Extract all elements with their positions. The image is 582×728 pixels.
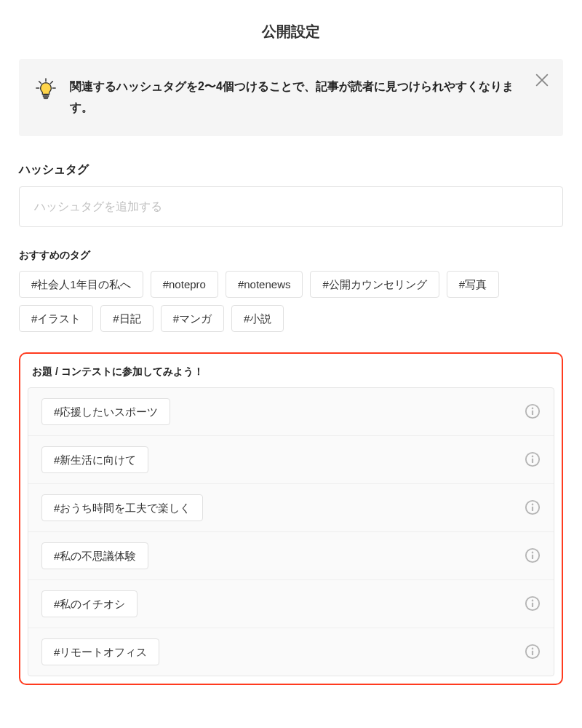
info-icon[interactable] xyxy=(525,547,541,563)
svg-rect-14 xyxy=(532,459,533,463)
contest-tag[interactable]: #私のイチオシ xyxy=(41,590,137,617)
close-icon[interactable] xyxy=(534,72,550,88)
tag-chip[interactable]: #マンガ xyxy=(161,305,224,332)
info-icon[interactable] xyxy=(525,403,541,419)
svg-point-25 xyxy=(532,648,534,650)
svg-rect-26 xyxy=(532,651,533,655)
tag-chip[interactable]: #社会人1年目の私へ xyxy=(19,271,143,298)
hashtag-input[interactable] xyxy=(19,186,563,227)
contest-item: #応援したいスポーツ xyxy=(28,388,554,436)
tag-chip[interactable]: #公開カウンセリング xyxy=(310,271,439,298)
tag-chip[interactable]: #notenews xyxy=(226,271,303,298)
contest-item: #私の不思議体験 xyxy=(28,532,554,580)
svg-rect-17 xyxy=(532,507,533,511)
info-icon[interactable] xyxy=(525,499,541,515)
contest-tag[interactable]: #私の不思議体験 xyxy=(41,542,148,569)
info-icon[interactable] xyxy=(525,451,541,467)
svg-point-13 xyxy=(532,456,534,458)
tip-box: 関連するハッシュタグを2〜4個つけることで、記事が読者に見つけられやすくなります… xyxy=(19,59,563,136)
svg-point-19 xyxy=(532,552,534,554)
contest-item: #新生活に向けて xyxy=(28,436,554,484)
contest-box: お題 / コンテストに参加してみよう！ #応援したいスポーツ #新生活に向けて … xyxy=(19,352,563,685)
svg-line-1 xyxy=(39,82,41,84)
lightbulb-icon xyxy=(35,78,57,100)
contest-list: #応援したいスポーツ #新生活に向けて #おうち時間を工夫で楽しく #私の不思議… xyxy=(28,387,554,676)
info-icon[interactable] xyxy=(525,596,541,612)
svg-point-22 xyxy=(532,600,534,602)
svg-rect-11 xyxy=(532,411,533,415)
hashtag-label: ハッシュタグ xyxy=(19,162,563,178)
tip-text: 関連するハッシュタグを2〜4個つけることで、記事が読者に見つけられやすくなります… xyxy=(70,76,524,119)
contest-tag[interactable]: #おうち時間を工夫で楽しく xyxy=(41,494,203,521)
contest-tag[interactable]: #新生活に向けて xyxy=(41,446,148,473)
svg-point-10 xyxy=(532,408,534,410)
tag-chip[interactable]: #写真 xyxy=(447,271,499,298)
info-icon[interactable] xyxy=(525,644,541,660)
page-title: 公開設定 xyxy=(19,0,563,59)
tag-chip[interactable]: #notepro xyxy=(151,271,218,298)
recommended-label: おすすめのタグ xyxy=(19,249,563,262)
tag-chip[interactable]: #小説 xyxy=(231,305,284,332)
contest-tag[interactable]: #応援したいスポーツ xyxy=(41,398,170,425)
contest-label: お題 / コンテストに参加してみよう！ xyxy=(32,365,554,379)
svg-rect-23 xyxy=(532,603,533,607)
contest-item: #リモートオフィス xyxy=(28,628,554,676)
svg-point-16 xyxy=(532,504,534,506)
svg-line-2 xyxy=(51,82,53,84)
svg-rect-20 xyxy=(532,555,533,559)
contest-item: #私のイチオシ xyxy=(28,580,554,628)
contest-tag[interactable]: #リモートオフィス xyxy=(41,638,159,665)
tag-chip[interactable]: #日記 xyxy=(100,305,153,332)
recommended-tag-row: #社会人1年目の私へ #notepro #notenews #公開カウンセリング… xyxy=(19,271,563,332)
contest-item: #おうち時間を工夫で楽しく xyxy=(28,484,554,532)
tag-chip[interactable]: #イラスト xyxy=(19,305,93,332)
svg-rect-6 xyxy=(44,97,48,98)
